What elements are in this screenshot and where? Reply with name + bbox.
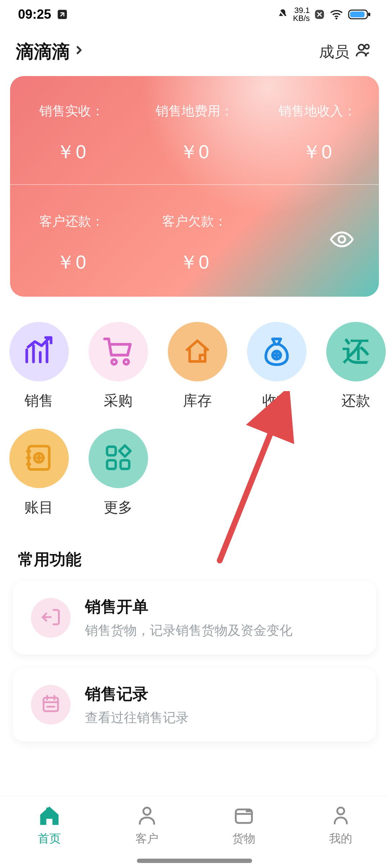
function-list: 销售开单 销售货物，记录销售货物及资金变化 销售记录 查看过往销售记录	[0, 581, 389, 741]
func-sales-create[interactable]: 销售开单 销售货物，记录销售货物及资金变化	[13, 581, 376, 655]
home-icon	[37, 803, 62, 829]
net-speed: 39.1 KB/s	[293, 6, 310, 22]
repay-text-icon: 还	[343, 334, 369, 370]
svg-rect-15	[107, 447, 116, 455]
func-desc: 销售货物，记录销售货物及资金变化	[85, 622, 292, 639]
profile-icon	[330, 803, 351, 829]
action-io[interactable]: 收支	[248, 322, 305, 411]
summary-sales-cost: 销售地费用： ￥0	[133, 76, 256, 186]
section-title-common: 常用功能	[18, 549, 371, 570]
nav-goods[interactable]: 货物	[232, 803, 255, 847]
shop-switcher[interactable]: 滴滴滴	[16, 40, 84, 64]
house-icon	[182, 336, 213, 368]
home-indicator	[137, 859, 252, 863]
func-title: 销售开单	[85, 596, 292, 617]
members-button[interactable]: 成员	[319, 42, 373, 62]
person-icon	[136, 803, 158, 829]
status-right: 39.1 KB/s	[277, 6, 371, 22]
nav-mine[interactable]: 我的	[329, 803, 352, 847]
action-purchase[interactable]: 采购	[89, 322, 147, 411]
box-icon	[232, 803, 255, 829]
action-grid: 销售 采购 库存	[10, 322, 379, 517]
svg-point-7	[365, 44, 369, 49]
header: 滴滴滴 成员	[0, 29, 389, 76]
svg-point-10	[124, 359, 129, 364]
money-bag-icon	[260, 335, 293, 369]
battery-icon	[348, 9, 371, 20]
wifi-icon	[329, 9, 344, 20]
func-title: 销售记录	[85, 683, 189, 705]
svg-rect-18	[44, 698, 58, 712]
svg-rect-17	[121, 460, 129, 469]
func-desc: 查看过往销售记录	[85, 709, 189, 727]
chevron-right-icon	[73, 41, 84, 62]
action-ledger[interactable]: 账目	[10, 429, 68, 517]
summary-card[interactable]: 销售实收： ￥0 销售地费用： ￥0 销售地收入： ￥0 客户还款： ￥0 客户…	[10, 76, 379, 297]
screenshot-icon	[56, 8, 68, 21]
svg-point-22	[337, 807, 344, 814]
mute-icon	[277, 8, 289, 21]
summary-sales-received: 销售实收： ￥0	[10, 76, 133, 186]
nav-home[interactable]: 首页	[37, 803, 62, 847]
members-icon	[354, 42, 373, 62]
bottom-nav: 首页 客户 货物 我的	[0, 796, 389, 868]
svg-point-9	[112, 359, 116, 364]
exit-icon	[40, 606, 62, 629]
grid-icon	[103, 443, 133, 474]
cart-icon	[102, 335, 134, 369]
eye-icon	[330, 243, 354, 249]
func-sales-history[interactable]: 销售记录 查看过往销售记录	[13, 668, 376, 742]
action-stock[interactable]: 库存	[169, 322, 226, 411]
action-repay[interactable]: 还 还款	[327, 322, 385, 411]
action-sales[interactable]: 销售	[10, 322, 68, 411]
members-label: 成员	[319, 42, 349, 62]
status-time: 09:25	[18, 7, 51, 22]
action-more[interactable]: 更多	[89, 429, 147, 517]
summary-empty	[256, 186, 379, 297]
status-bar: 09:25 39.1 KB/s	[0, 0, 389, 29]
svg-rect-11	[200, 355, 205, 361]
svg-point-6	[359, 44, 364, 50]
chart-icon	[23, 335, 55, 369]
status-left: 09:25	[18, 7, 68, 22]
svg-point-8	[339, 236, 345, 243]
summary-customer-repay: 客户还款： ￥0	[10, 186, 133, 297]
summary-customer-debt: 客户欠款： ￥0	[133, 186, 256, 297]
nav-customer[interactable]: 客户	[135, 803, 158, 847]
toggle-visibility-button[interactable]	[330, 231, 354, 249]
ledger-icon	[23, 442, 54, 475]
svg-rect-5	[368, 13, 370, 16]
svg-point-2	[335, 18, 337, 19]
svg-rect-4	[350, 12, 365, 17]
svg-rect-16	[107, 460, 116, 469]
shop-name: 滴滴滴	[16, 40, 70, 64]
svg-point-20	[143, 808, 151, 815]
close-badge-icon	[314, 9, 325, 20]
summary-sales-income: 销售地收入： ￥0	[256, 76, 379, 186]
calendar-icon	[40, 693, 62, 716]
